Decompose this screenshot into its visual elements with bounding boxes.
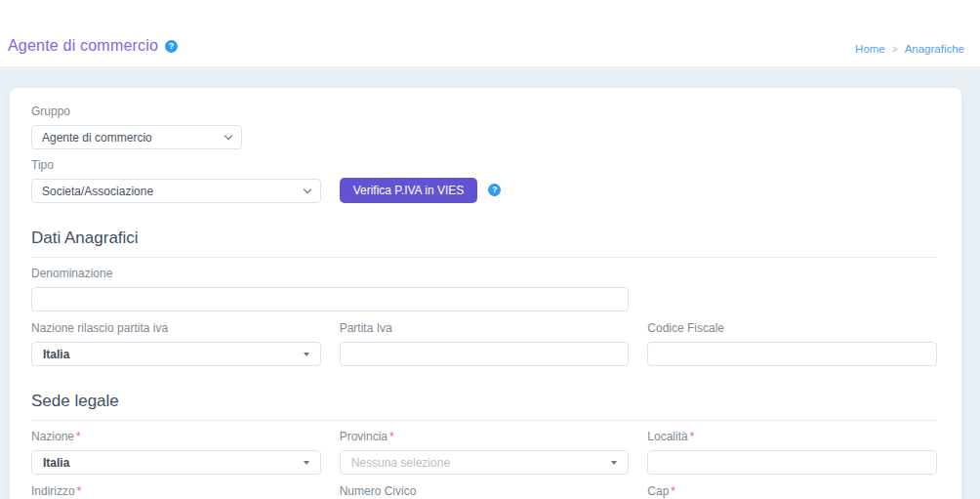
form-card: Gruppo Agente di commercio Tipo Societa/… [10,88,961,499]
partita-iva-input[interactable] [340,342,630,366]
localita-label: Località* [647,430,937,443]
caret-down-icon [304,353,309,356]
denominazione-field: Denominazione [31,267,629,312]
help-icon[interactable]: ? [165,40,178,53]
tipo-label: Tipo [31,158,321,172]
page-header: Agente di commercio ? Home > Anagrafiche [0,0,980,66]
gruppo-field: Gruppo Agente di commercio [31,104,937,149]
gruppo-select-wrap: Agente di commercio [31,125,242,149]
tipo-field: Tipo Societa/Associazione [31,158,321,203]
gruppo-label: Gruppo [31,104,937,118]
cap-label: Cap* [647,484,937,498]
tipo-select-wrap: Societa/Associazione [31,179,321,203]
gruppo-select[interactable]: Agente di commercio [31,125,242,149]
breadcrumb: Home > Anagrafiche [855,43,964,55]
breadcrumb-current-link[interactable]: Anagrafiche [905,43,964,55]
nazione-rilascio-select[interactable]: Italia [31,342,321,366]
verify-button-cell: Verifica P.IVA in VIES ? [340,158,630,203]
iva-row: Nazione rilascio partita iva Italia Part… [31,321,937,366]
required-asterisk: * [77,484,82,498]
required-asterisk: * [389,430,394,443]
codice-fiscale-label: Codice Fiscale [647,321,937,335]
denominazione-input[interactable] [31,287,629,312]
breadcrumb-separator: > [892,44,898,55]
required-asterisk: * [76,430,81,443]
indirizzo-field: Indirizzo* [31,484,321,499]
breadcrumb-home-link[interactable]: Home [855,43,885,55]
caret-down-icon [304,461,309,465]
page-title-wrap: Agente di commercio ? [8,37,178,55]
nazione-select[interactable]: Italia [31,450,321,475]
verify-piva-button[interactable]: Verifica P.IVA in VIES [340,178,478,203]
tipo-row: Tipo Societa/Associazione Verifica P.IVA… [31,158,937,203]
nazione-rilascio-field: Nazione rilascio partita iva Italia [31,321,321,366]
nazione-field: Nazione* Italia [31,430,321,475]
required-asterisk: * [690,430,695,443]
sede-row-1: Nazione* Italia Provincia* Nessuna selez… [31,430,937,475]
nazione-rilascio-label: Nazione rilascio partita iva [31,321,321,335]
provincia-field: Provincia* Nessuna selezione [340,430,630,475]
nazione-value: Italia [43,456,69,470]
cap-field: Cap* [647,484,937,499]
numero-civico-field: Numero Civico [340,484,630,499]
provincia-label: Provincia* [340,430,630,443]
denominazione-label: Denominazione [31,267,629,280]
partita-iva-label: Partita Iva [340,321,630,335]
localita-field: Località* [647,430,937,475]
codice-fiscale-field: Codice Fiscale [647,321,937,366]
required-asterisk: * [671,484,675,498]
indirizzo-label: Indirizzo* [31,484,321,498]
provincia-select[interactable]: Nessuna selezione [340,450,630,475]
provincia-placeholder: Nessuna selezione [351,456,450,470]
section-title-sede-legale: Sede legale [31,392,937,421]
partita-iva-field: Partita Iva [340,321,630,366]
tipo-select[interactable]: Societa/Associazione [31,179,321,203]
help-icon[interactable]: ? [488,184,501,196]
nazione-label: Nazione* [31,430,321,443]
numero-civico-label: Numero Civico [340,484,630,498]
localita-input[interactable] [647,450,937,475]
sede-row-2: Indirizzo* Numero Civico Cap* [31,484,937,499]
codice-fiscale-input[interactable] [647,342,937,366]
denominazione-row: Denominazione [31,267,937,312]
nazione-rilascio-value: Italia [43,348,69,361]
caret-down-icon [611,461,617,465]
page-title: Agente di commercio [8,37,158,55]
section-title-dati-anagrafici: Dati Anagrafici [31,229,937,258]
